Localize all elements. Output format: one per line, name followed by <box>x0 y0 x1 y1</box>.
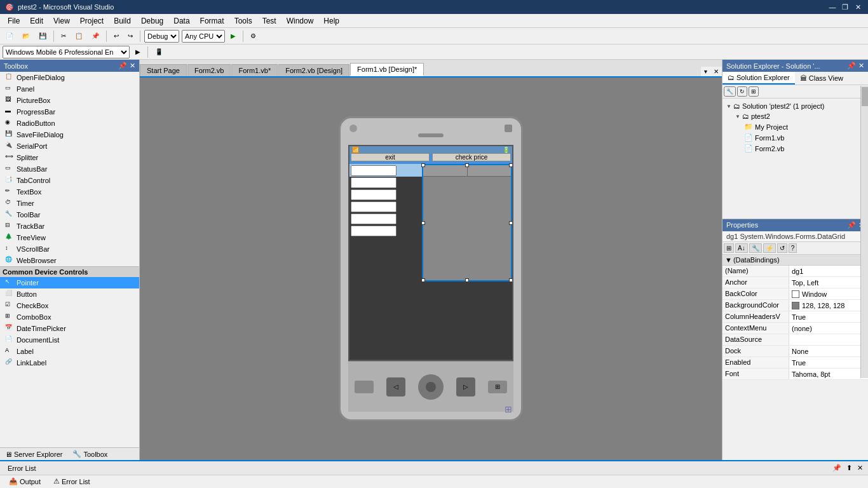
maximize-button[interactable]: ❐ <box>840 2 850 12</box>
prop-backcolor-value[interactable]: Window <box>789 288 868 299</box>
tab-close-button[interactable]: ✕ <box>710 67 722 76</box>
handle-topleft[interactable] <box>421 163 425 167</box>
project-root[interactable]: ▼ 🗂 ptest2 <box>734 111 865 121</box>
handle-left[interactable] <box>421 221 425 225</box>
sol-filter-btn[interactable]: ⊞ <box>749 86 759 97</box>
start-button[interactable]: ▶ <box>227 31 239 41</box>
toolbox-item-picturebox[interactable]: 🖼 PictureBox <box>0 95 139 106</box>
copy-button[interactable]: 📋 <box>72 31 86 41</box>
menu-data[interactable]: Data <box>168 15 194 27</box>
tab-dropdown-button[interactable]: ▾ <box>701 67 710 76</box>
class-view-tab[interactable]: 🏛 Class View <box>795 72 848 85</box>
toolbox-item-savefiledialog[interactable]: 💾 SaveFileDialog <box>0 129 139 140</box>
toolbox-pin-icon[interactable]: 📌 <box>118 62 127 70</box>
open-button[interactable]: 📂 <box>19 31 33 41</box>
props-help-btn[interactable]: ? <box>789 243 797 253</box>
handle-bottom[interactable] <box>465 278 469 282</box>
handle-right[interactable] <box>509 221 513 225</box>
toolbox-item-textbox[interactable]: ✏ TextBox <box>0 186 139 198</box>
props-categories-btn[interactable]: ⊞ <box>724 243 734 253</box>
datagrid-control[interactable] <box>422 164 512 281</box>
prop-anchor-value[interactable]: Top, Left <box>789 277 868 288</box>
cpu-select[interactable]: Any CPU <box>182 30 225 43</box>
submit-button[interactable]: submit <box>351 145 430 146</box>
menu-debug[interactable]: Debug <box>136 15 168 27</box>
debug-config-select[interactable]: Debug <box>144 30 179 43</box>
props-alpha-btn[interactable]: A↓ <box>735 243 748 253</box>
handle-bottomright[interactable] <box>509 278 513 282</box>
toolbox-item-trackbar[interactable]: ⊟ TrackBar <box>0 220 139 232</box>
toolbox-item-toolbar[interactable]: 🔧 ToolBar <box>0 209 139 220</box>
menu-view[interactable]: View <box>48 15 75 27</box>
toolbox-item-radiobutton[interactable]: ◉ RadioButton <box>0 118 139 129</box>
undo-button[interactable]: ↩ <box>111 31 122 41</box>
button3[interactable]: Button3 <box>432 145 511 146</box>
form-input-1[interactable] <box>351 165 397 176</box>
device-platform-select[interactable]: Windows Mobile 6 Professional En <box>3 46 130 58</box>
menu-format[interactable]: Format <box>195 15 229 27</box>
toolbox-item-combobox[interactable]: ⊞ ComboBox <box>0 311 139 323</box>
tab-start-page[interactable]: Start Page <box>140 64 187 76</box>
toolbox-item-button[interactable]: ⬜ Button <box>0 288 139 300</box>
form-input-4[interactable] <box>351 201 397 212</box>
bottom-pin-icon[interactable]: 📌 <box>830 463 844 473</box>
hw-btn-grid[interactable]: ⊞ <box>488 381 507 393</box>
device-nav-pad[interactable] <box>418 374 444 400</box>
toolbox-item-treeview[interactable]: 🌲 TreeView <box>0 232 139 243</box>
new-project-button[interactable]: 📄 <box>3 31 17 41</box>
settings-button[interactable]: ⚙ <box>247 31 259 41</box>
exit-button[interactable]: exit <box>351 153 430 161</box>
form2-vb-item[interactable]: 📄 Form2.vb <box>743 143 865 154</box>
paste-button[interactable]: 📌 <box>88 31 102 41</box>
toolbox-item-progressbar[interactable]: ▬ ProgressBar <box>0 106 139 118</box>
toolbox-item-label[interactable]: A Label <box>0 346 139 357</box>
bottom-close-icon[interactable]: ✕ <box>855 463 865 473</box>
props-pin-icon[interactable]: 📌 <box>847 221 856 229</box>
nav-center[interactable] <box>426 382 436 392</box>
handle-topright[interactable] <box>509 163 513 167</box>
tab-form1-design[interactable]: Form1.vb [Design]* <box>350 63 424 76</box>
bottom-expand-icon[interactable]: ⬆ <box>844 463 855 473</box>
toolbox-item-panel[interactable]: ▭ Panel <box>0 83 139 95</box>
toolbox-tab[interactable]: 🔧 Toolbox <box>67 448 112 460</box>
design-canvas[interactable]: 📶 🔋 Form1 ✕ <box>140 78 722 460</box>
prop-font-value[interactable]: Tahoma, 8pt <box>789 369 868 379</box>
sol-refresh-btn[interactable]: ↻ <box>737 86 747 97</box>
toolbox-item-serialport[interactable]: 🔌 SerialPort <box>0 140 139 152</box>
hw-btn-left[interactable] <box>355 381 374 393</box>
form-input-3[interactable] <box>351 189 397 200</box>
device-screen[interactable]: 📶 🔋 Form1 ✕ <box>348 145 513 361</box>
form-input-2[interactable] <box>351 177 397 188</box>
handle-top[interactable] <box>465 163 469 167</box>
hw-btn-left-soft[interactable]: ◁ <box>386 377 405 396</box>
toolbox-item-timer[interactable]: ⏱ Timer <box>0 198 139 209</box>
device-settings-btn[interactable]: 📱 <box>152 47 166 57</box>
minimize-button[interactable]: — <box>827 2 837 12</box>
sol-properties-btn[interactable]: 🔧 <box>724 86 736 97</box>
check-price-button[interactable]: check price <box>432 153 511 161</box>
prop-columnheaders-value[interactable]: True <box>789 311 868 322</box>
toolbox-item-pointer[interactable]: ↖ Pointer <box>0 277 139 288</box>
output-sub-tab[interactable]: 📤 Output <box>5 477 44 486</box>
cut-button[interactable]: ✂ <box>58 31 69 41</box>
props-reset-btn[interactable]: ↺ <box>777 243 787 253</box>
form-input-5[interactable] <box>351 214 397 224</box>
toolbox-item-splitter[interactable]: ⟺ Splitter <box>0 152 139 163</box>
solution-explorer-tab[interactable]: 🗂 Solution Explorer <box>722 72 795 85</box>
toolbox-item-tabcontrol[interactable]: 📑 TabControl <box>0 175 139 186</box>
error-list-tab[interactable]: Error List <box>3 464 41 473</box>
close-button[interactable]: ✕ <box>853 2 863 12</box>
server-explorer-tab[interactable]: 🖥 Server Explorer <box>0 448 67 460</box>
solution-root[interactable]: ▼ 🗂 Solution 'ptest2' (1 project) <box>725 101 865 111</box>
toolbox-item-checkbox[interactable]: ☑ CheckBox <box>0 300 139 311</box>
menu-tools[interactable]: Tools <box>229 15 257 27</box>
toolbox-close-icon[interactable]: ✕ <box>130 62 135 70</box>
hw-btn-right-soft[interactable]: ▷ <box>456 377 475 396</box>
menu-file[interactable]: File <box>3 15 25 27</box>
menu-window[interactable]: Window <box>281 15 319 27</box>
toolbox-item-documentlist[interactable]: 📄 DocumentList <box>0 334 139 346</box>
toolbox-item-openfiledialog[interactable]: 📋 OpenFileDialog <box>0 72 139 83</box>
toolbox-item-vscrollbar[interactable]: ↕ VScrollBar <box>0 243 139 255</box>
menu-project[interactable]: Project <box>75 15 109 27</box>
sol-pin-icon[interactable]: 📌 <box>847 62 856 70</box>
